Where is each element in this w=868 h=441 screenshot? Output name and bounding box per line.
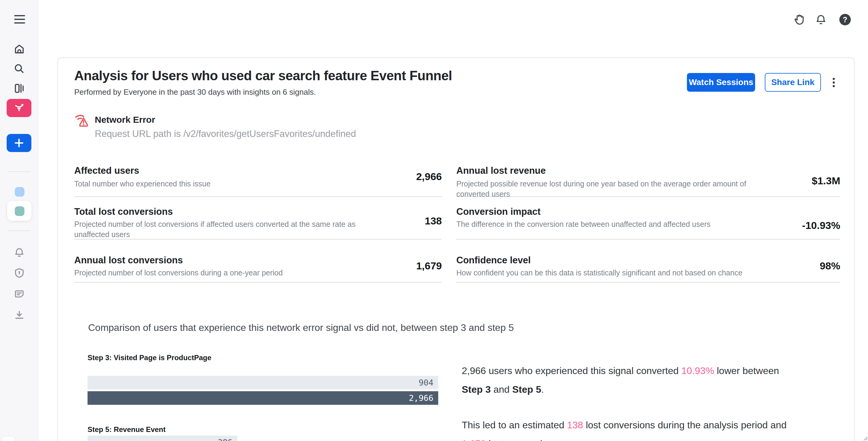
- metric-description: Projected number of lost conversions if …: [74, 219, 388, 240]
- sidebar-divider: [8, 171, 30, 172]
- project-swatch-blue[interactable]: [15, 187, 25, 197]
- signal-description: Request URL path is /v2/favorites/getUse…: [95, 128, 356, 139]
- metric-description: How confident you can be this data is st…: [456, 267, 742, 278]
- bar-value: 904: [418, 378, 433, 387]
- bar-step3-affected: 2,966: [88, 391, 438, 405]
- resize-handle[interactable]: [863, 436, 867, 440]
- bar-step3-unaffected: 904: [88, 376, 438, 389]
- metric-description: Projected number of lost conversions dur…: [74, 267, 283, 278]
- metric-value: 98%: [820, 260, 840, 272]
- raise-hand-icon[interactable]: [793, 13, 806, 26]
- comparison-heading: Comparison of users that experience this…: [88, 322, 514, 333]
- metric-value: 1,679: [416, 260, 442, 272]
- metric-affected-users: Affected users Total number who experien…: [74, 157, 442, 197]
- sessions-icon[interactable]: [13, 83, 25, 94]
- feedback-note-icon[interactable]: [13, 288, 25, 300]
- menu-icon[interactable]: [14, 15, 25, 24]
- metric-label: Annual lost conversions: [74, 255, 183, 266]
- bar-step5-unaffected: 386: [88, 436, 237, 441]
- metric-value: $1.3M: [812, 175, 840, 187]
- share-link-button[interactable]: Share Link: [765, 73, 821, 92]
- metric-value: 2,966: [416, 171, 442, 183]
- metric-confidence-level: Confidence level How confident you can b…: [456, 240, 840, 283]
- metric-total-lost-conversions: Total lost conversions Projected number …: [74, 197, 442, 240]
- insight-text: 2,966 users who experienced this signal …: [462, 361, 842, 441]
- signal-title: Network Error: [95, 115, 155, 125]
- metric-label: Confidence level: [456, 255, 531, 266]
- sidebar: [0, 0, 38, 441]
- metric-description: The difference in the conversion rate be…: [456, 219, 710, 229]
- more-options-icon[interactable]: [827, 74, 840, 91]
- downloads-icon[interactable]: [13, 310, 25, 321]
- create-new-button[interactable]: [7, 134, 31, 152]
- project-swatch-teal[interactable]: [15, 206, 25, 216]
- analysis-card: Analysis for Users who used car search f…: [57, 57, 855, 441]
- home-icon[interactable]: [13, 43, 25, 55]
- insight-paragraph-2: This led to an estimated 138 lost conver…: [462, 416, 842, 441]
- page-subtitle: Performed by Everyone in the past 30 day…: [74, 88, 316, 97]
- metric-annual-lost-conversions: Annual lost conversions Projected number…: [74, 240, 442, 283]
- metric-description: Projected possible revenue lost during o…: [456, 179, 773, 199]
- chart-step5-label: Step 5: Revenue Event: [88, 425, 438, 434]
- help-icon[interactable]: ?: [839, 14, 851, 25]
- metric-label: Total lost conversions: [74, 206, 173, 217]
- network-error-icon: [74, 112, 90, 129]
- metric-label: Annual lost revenue: [456, 165, 546, 176]
- page-title: Analysis for Users who used car search f…: [74, 68, 452, 83]
- sidebar-bottom-peek: [2, 437, 15, 441]
- metric-label: Conversion impact: [456, 206, 540, 217]
- bar-value: 386: [218, 438, 232, 441]
- funnels-active-icon[interactable]: [7, 99, 31, 117]
- chart-step3-label: Step 3: Visited Page is ProductPage: [88, 353, 438, 362]
- metric-conversion-impact: Conversion impact The difference in the …: [456, 197, 840, 240]
- watch-sessions-button[interactable]: Watch Sessions: [687, 73, 755, 92]
- metrics-column-right: Annual lost revenue Projected possible r…: [456, 157, 840, 283]
- metric-value: 138: [425, 215, 442, 227]
- security-shield-icon[interactable]: [13, 267, 25, 279]
- insight-paragraph-1: 2,966 users who experienced this signal …: [462, 361, 842, 399]
- search-icon[interactable]: [13, 63, 25, 74]
- metric-description: Total number who experienced this issue: [74, 179, 211, 189]
- metric-value: -10.93%: [802, 220, 840, 231]
- sidebar-divider-2: [8, 230, 30, 231]
- metric-annual-lost-revenue: Annual lost revenue Projected possible r…: [456, 157, 840, 197]
- notifications-bell-icon[interactable]: [814, 13, 827, 26]
- notifications-icon[interactable]: [13, 247, 25, 258]
- bar-value: 2,966: [409, 393, 433, 403]
- app-root: ? Analysis for Users who used car search…: [0, 0, 868, 441]
- comparison-chart: Step 3: Visited Page is ProductPage 904 …: [88, 353, 438, 441]
- metrics-column-left: Affected users Total number who experien…: [74, 157, 442, 283]
- metric-label: Affected users: [74, 165, 139, 176]
